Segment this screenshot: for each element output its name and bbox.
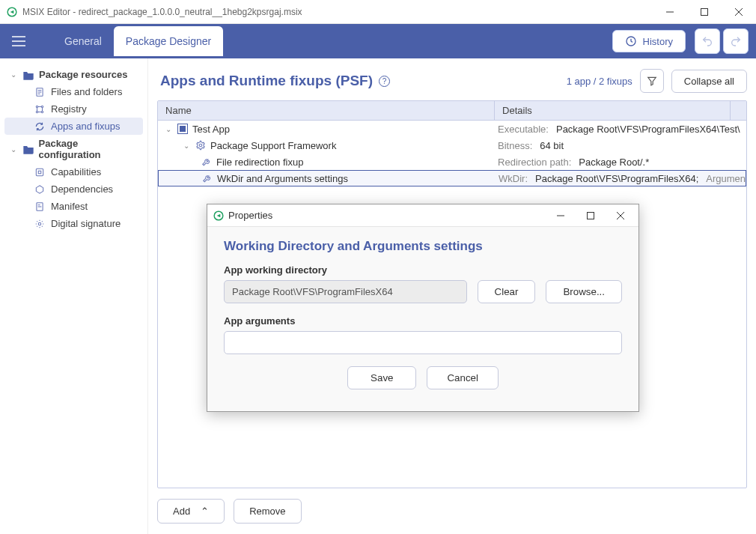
add-button[interactable]: Add⌃ [157, 499, 225, 524]
chevron-down-icon: ⌄ [9, 145, 18, 154]
sidebar-label: Capabilities [51, 166, 101, 178]
capabilities-icon [34, 167, 46, 178]
chevron-down-icon: ⌄ [9, 70, 18, 79]
svg-point-13 [36, 106, 37, 107]
working-directory-input[interactable] [224, 280, 467, 303]
hamburger-icon[interactable] [7, 31, 30, 51]
table-row[interactable]: File redirection fixup Redirection path:… [158, 154, 746, 170]
row-detail-label: Executable: [498, 124, 549, 135]
sidebar-label: Package resources [39, 69, 128, 80]
sidebar-label: Dependencies [51, 183, 113, 195]
row-detail-value: Package Root\VFS\ProgramFilesX64; [535, 173, 698, 184]
registry-icon [34, 104, 46, 115]
sidebar-item-registry[interactable]: Registry [4, 100, 143, 118]
row-detail-value: Package Root/.* [579, 157, 649, 168]
row-detail-value: Package Root\VFS\ProgramFilesX64\Test\ [556, 124, 740, 135]
minimize-button[interactable] [653, 0, 687, 24]
help-icon[interactable]: ? [379, 76, 390, 87]
wrench-icon [201, 157, 212, 167]
row-detail-extra: Argumen [706, 173, 746, 184]
svg-point-15 [36, 111, 37, 112]
undo-button[interactable] [695, 28, 720, 54]
gear-icon [195, 140, 206, 151]
app-icon [177, 124, 188, 134]
wd-label: App working directory [224, 264, 622, 276]
file-icon [34, 87, 46, 97]
dialog-maximize-button[interactable] [576, 205, 606, 226]
fixup-icon [34, 121, 46, 132]
sidebar-item-signature[interactable]: Digital signature [4, 215, 143, 232]
folder-icon [22, 144, 34, 154]
app-logo-icon [213, 210, 224, 221]
history-label: History [643, 36, 673, 47]
dialog-close-button[interactable] [606, 205, 635, 226]
tab-package-designer[interactable]: Package Designer [114, 26, 223, 56]
row-detail-label: WkDir: [499, 173, 528, 184]
svg-rect-2 [701, 8, 708, 15]
svg-marker-28 [648, 77, 656, 85]
svg-rect-22 [38, 171, 41, 174]
chevron-down-icon[interactable]: ⌄ [182, 142, 191, 150]
clear-button[interactable]: Clear [478, 280, 536, 303]
sidebar-label: Manifest [51, 201, 88, 212]
sidebar-group-package-config[interactable]: ⌄ Package configuration [4, 135, 143, 163]
column-header-details[interactable]: Details [495, 101, 730, 120]
dependencies-icon [34, 184, 46, 195]
table-row[interactable]: ⌄ Test App Executable: Package Root\VFS\… [158, 121, 746, 137]
svg-point-14 [41, 106, 43, 107]
table-row[interactable]: ⌄ Package Support Framework Bitness: 64 … [158, 137, 746, 154]
chevron-down-icon[interactable]: ⌄ [164, 125, 173, 133]
properties-dialog: Properties Working Directory and Argumen… [207, 204, 639, 412]
sidebar-label: Files and folders [51, 86, 122, 97]
main-panel: Apps and Runtime fixups (PSF) ? 1 app / … [148, 58, 756, 534]
row-name: Test App [192, 124, 230, 135]
cancel-button[interactable]: Cancel [427, 366, 499, 389]
filter-button[interactable] [640, 69, 664, 93]
folder-icon [22, 70, 34, 80]
remove-button[interactable]: Remove [234, 499, 301, 524]
sidebar: ⌄ Package resources Files and folders Re… [0, 58, 148, 534]
table-row[interactable]: WkDir and Arguments settings WkDir: Pack… [158, 170, 746, 186]
sidebar-item-files[interactable]: Files and folders [4, 83, 143, 100]
row-name: File redirection fixup [216, 157, 303, 168]
sidebar-item-dependencies[interactable]: Dependencies [4, 180, 143, 198]
sidebar-label: Package configuration [39, 138, 139, 160]
page-title: Apps and Runtime fixups (PSF) [160, 73, 373, 89]
dialog-minimize-button[interactable] [546, 205, 576, 226]
row-name: WkDir and Arguments settings [217, 173, 348, 184]
svg-rect-21 [36, 169, 43, 175]
signature-icon [34, 219, 46, 229]
column-header-name[interactable]: Name [158, 101, 495, 120]
row-detail-label: Redirection path: [498, 157, 571, 168]
sidebar-item-apps-fixups[interactable]: Apps and fixups [4, 118, 143, 135]
save-button[interactable]: Save [347, 366, 416, 389]
app-logo-icon [6, 6, 18, 18]
svg-marker-23 [36, 185, 43, 193]
wrench-icon [202, 173, 213, 183]
dialog-heading: Working Directory and Arguments settings [224, 239, 622, 254]
sidebar-item-capabilities[interactable]: Capabilities [4, 163, 143, 180]
sidebar-label: Registry [51, 103, 87, 115]
row-name: Package Support Framework [210, 140, 336, 151]
window-title: MSIX Editor - redirect_package_1.0.0.0_n… [22, 7, 653, 17]
arguments-input[interactable] [224, 331, 622, 354]
browse-button[interactable]: Browse... [546, 280, 622, 303]
history-button[interactable]: History [612, 30, 686, 52]
maximize-button[interactable] [687, 0, 722, 24]
row-detail-label: Bitness: [498, 140, 532, 151]
redo-button[interactable] [723, 28, 749, 54]
count-label: 1 app / 2 fixups [567, 76, 632, 87]
nav-bar: General Package Designer History [0, 24, 756, 58]
collapse-all-button[interactable]: Collapse all [671, 70, 747, 93]
sidebar-item-manifest[interactable]: Manifest [4, 198, 143, 215]
sidebar-label: Apps and fixups [51, 121, 121, 132]
dialog-title: Properties [228, 210, 546, 221]
svg-point-16 [41, 111, 43, 112]
sidebar-label: Digital signature [51, 218, 121, 229]
svg-point-29 [199, 144, 202, 147]
chevron-up-icon: ⌃ [201, 506, 209, 517]
tab-general[interactable]: General [52, 26, 114, 56]
close-button[interactable] [722, 0, 756, 24]
sidebar-group-package-resources[interactable]: ⌄ Package resources [4, 66, 143, 83]
svg-rect-32 [588, 212, 594, 219]
